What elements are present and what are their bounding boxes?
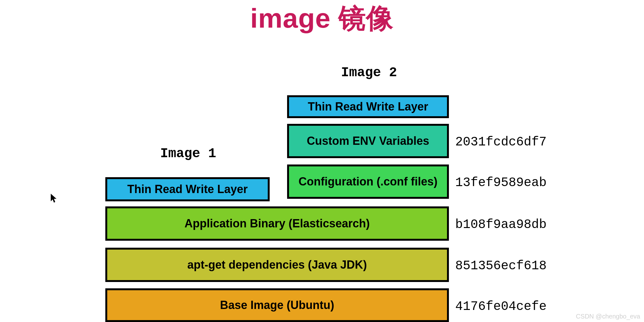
layer-rw-image1-text: Thin Read Write Layer xyxy=(127,183,247,196)
page-title: image 镜像 xyxy=(0,0,644,37)
layer-appbin: Application Binary (Elasticsearch) xyxy=(105,206,449,241)
layer-base: Base Image (Ubuntu) xyxy=(105,288,449,322)
layer-rw-image2-text: Thin Read Write Layer xyxy=(308,100,428,113)
layer-apt-text: apt-get dependencies (Java JDK) xyxy=(187,258,367,272)
layer-env: Custom ENV Variables xyxy=(287,124,449,158)
layer-appbin-text: Application Binary (Elasticsearch) xyxy=(184,217,370,230)
image2-label: Image 2 xyxy=(341,65,397,80)
diagram-canvas: image 镜像 Image 1 Image 2 Thin Read Write… xyxy=(0,0,644,322)
layer-apt: apt-get dependencies (Java JDK) xyxy=(105,248,449,282)
hash-conf: 13fef9589eab xyxy=(455,176,547,190)
image1-label: Image 1 xyxy=(160,146,216,161)
layer-rw-image1: Thin Read Write Layer xyxy=(105,177,270,201)
hash-base: 4176fe04cefe xyxy=(455,299,547,314)
watermark: CSDN @chengbo_eva xyxy=(576,313,640,320)
hash-env: 2031fcdc6df7 xyxy=(455,135,547,149)
layer-rw-image2: Thin Read Write Layer xyxy=(287,95,449,118)
layer-env-text: Custom ENV Variables xyxy=(307,134,429,148)
layer-conf: Configuration (.conf files) xyxy=(287,164,449,199)
hash-apt: 851356ecf618 xyxy=(455,259,547,273)
layer-conf-text: Configuration (.conf files) xyxy=(299,175,437,188)
layer-base-text: Base Image (Ubuntu) xyxy=(220,299,334,312)
hash-appbin: b108f9aa98db xyxy=(455,218,547,232)
